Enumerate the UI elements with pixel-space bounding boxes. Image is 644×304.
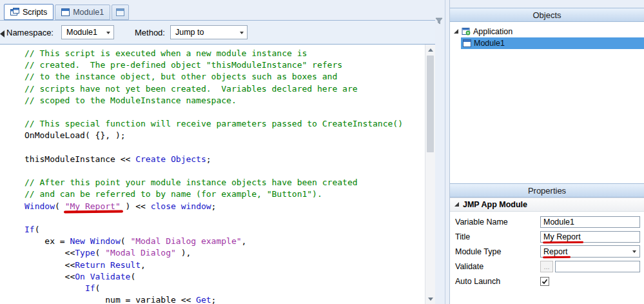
- code-line: // This special function will receive pa…: [24, 118, 425, 130]
- code-line: // created. The pre-defined object "this…: [24, 59, 425, 71]
- validate-input[interactable]: [555, 261, 640, 272]
- filter-icon[interactable]: [435, 15, 444, 23]
- auto-launch-checkbox[interactable]: [540, 277, 549, 286]
- tab-module1[interactable]: Module1: [55, 5, 110, 20]
- method-dropdown[interactable]: Jump to: [170, 25, 248, 39]
- section-expander-icon: [454, 200, 460, 209]
- module1-tab-icon: [61, 8, 70, 16]
- tab-extra-module[interactable]: [112, 5, 129, 20]
- scroll-up-icon[interactable]: [425, 45, 436, 55]
- script-toolbar: Namespace: Module1 Method: Jump to: [0, 20, 435, 44]
- variable-name-value: Module1: [543, 218, 574, 227]
- module-tab-icon: [116, 8, 124, 16]
- title-input[interactable]: My Report: [540, 231, 640, 243]
- code-line: ex = New Window( "Modal Dialog example",: [24, 236, 425, 247]
- code-line: num = variable << Get;: [24, 294, 425, 304]
- code-line: Window( "My Report" ) << close window;: [24, 201, 425, 212]
- module-type-value: Report: [543, 247, 568, 256]
- auto-launch-label: Auto Launch: [455, 277, 540, 286]
- tree-item-module1-label: Module1: [474, 39, 505, 48]
- objects-tree: Application Module1: [450, 22, 644, 183]
- code-line: thisModuleInstance << Create Objects;: [24, 154, 425, 165]
- code-line: // scoped to the ModuleInstance namespac…: [24, 95, 425, 106]
- code-line: [24, 212, 425, 224]
- scripts-tab-icon: [10, 8, 19, 16]
- application-icon: [462, 27, 471, 35]
- chevron-down-icon: [632, 250, 636, 255]
- code-line: If(: [24, 283, 425, 294]
- tab-scripts-label: Scripts: [23, 8, 47, 17]
- property-row-auto-launch: Auto Launch: [450, 274, 644, 289]
- scrollbar-thumb[interactable]: [427, 56, 434, 152]
- variable-name-label: Variable Name: [455, 218, 540, 227]
- code-line: // and can be referred to by name (for e…: [24, 188, 425, 200]
- tab-scripts[interactable]: Scripts: [4, 4, 54, 20]
- namespace-label: Namespace:: [6, 28, 54, 37]
- tree-item-application[interactable]: Application: [450, 25, 644, 37]
- check-icon: [542, 278, 548, 285]
- module-type-dropdown[interactable]: Report: [540, 245, 640, 258]
- editor-tabbar: Scripts Module1: [4, 4, 129, 20]
- validate-label: Validate: [455, 262, 540, 271]
- code-line: [24, 165, 425, 177]
- validate-ellipsis-button[interactable]: ...: [540, 261, 553, 272]
- scroll-down-icon[interactable]: [425, 294, 436, 304]
- module-type-label: Module Type: [455, 247, 540, 256]
- code-area: // This script is executed when a new mo…: [0, 45, 425, 304]
- code-line: // This script is executed when a new mo…: [24, 48, 425, 59]
- variable-name-input[interactable]: Module1: [540, 216, 640, 228]
- method-dropdown-value: Jump to: [175, 28, 204, 37]
- method-label: Method:: [135, 28, 165, 37]
- property-row-title: Title My Report: [450, 229, 644, 244]
- code-line: <<Type( "Modal Dialog" ),: [24, 247, 425, 259]
- editor-scrollbar[interactable]: [425, 45, 435, 304]
- property-row-module-type: Module Type Report: [450, 244, 644, 259]
- jmp-app-builder-window: Scripts Module1 Namespace: Module1: [0, 0, 644, 304]
- code-line: [24, 142, 425, 154]
- script-editor-pane: Scripts Module1 Namespace: Module1: [0, 0, 445, 304]
- tree-item-application-label: Application: [473, 27, 512, 36]
- property-grid: Variable Name Module1 Title My Report Mo…: [450, 212, 644, 289]
- code-line: // to the instance object, but other obj…: [24, 71, 425, 83]
- property-row-validate: Validate ...: [450, 259, 644, 274]
- right-panel: Objects Application Module1 Properties: [449, 0, 644, 304]
- code-line: <<On Validate(: [24, 271, 425, 283]
- chevron-down-icon: [240, 32, 244, 36]
- code-line: // After this point your module instance…: [24, 177, 425, 188]
- expander-icon[interactable]: [453, 28, 459, 34]
- right-panel-top-strip: [450, 0, 644, 8]
- code-line: // scripts have not yet been created. Va…: [24, 83, 425, 95]
- namespace-dropdown-value: Module1: [66, 28, 97, 37]
- code-line: <<Return Result,: [24, 259, 425, 271]
- title-label: Title: [455, 232, 540, 241]
- properties-section-header[interactable]: JMP App Module: [450, 198, 644, 212]
- tree-item-module1[interactable]: Module1: [461, 37, 644, 49]
- title-value: My Report: [543, 232, 581, 241]
- collapse-arrow-icon[interactable]: [0, 28, 5, 35]
- code-line: [24, 106, 425, 118]
- namespace-dropdown[interactable]: Module1: [61, 25, 114, 39]
- objects-panel-header: Objects: [450, 8, 644, 22]
- code-line: OnModuleLoad( {}, );: [24, 130, 425, 141]
- properties-panel-header: Properties: [450, 183, 644, 198]
- properties-section-title: JMP App Module: [463, 200, 527, 209]
- property-row-variable-name: Variable Name Module1: [450, 214, 644, 229]
- code-editor[interactable]: // This script is executed when a new mo…: [0, 44, 435, 304]
- module-icon: [463, 39, 471, 47]
- tab-module1-label: Module1: [73, 8, 104, 17]
- code-line: If(: [24, 224, 425, 236]
- chevron-down-icon: [106, 32, 110, 36]
